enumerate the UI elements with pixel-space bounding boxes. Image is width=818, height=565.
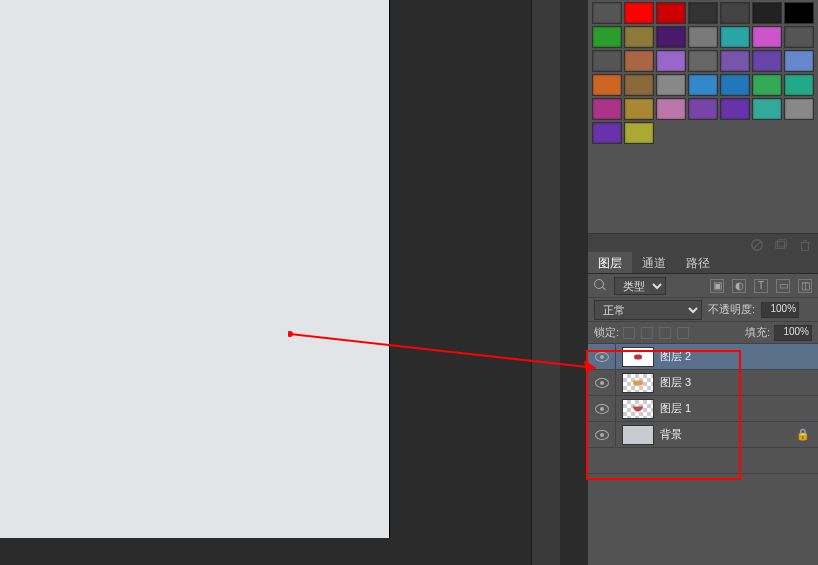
style-swatch[interactable]	[720, 26, 750, 48]
layer-name[interactable]: 背景	[660, 427, 682, 442]
lock-label: 锁定:	[594, 325, 619, 340]
style-swatch[interactable]	[688, 2, 718, 24]
tab-channels[interactable]: 通道	[632, 252, 676, 273]
style-swatch[interactable]	[624, 26, 654, 48]
lock-pixels-icon[interactable]	[623, 327, 635, 339]
style-swatch[interactable]	[656, 98, 686, 120]
fill-label: 填充:	[745, 325, 770, 340]
style-swatch[interactable]	[688, 74, 718, 96]
style-swatch[interactable]	[624, 122, 654, 144]
style-swatch[interactable]	[688, 98, 718, 120]
lock-icon: 🔒	[796, 428, 810, 441]
style-swatch[interactable]	[624, 74, 654, 96]
visibility-toggle[interactable]	[588, 396, 616, 421]
style-swatch[interactable]	[720, 74, 750, 96]
tab-layers[interactable]: 图层	[588, 252, 632, 273]
layer-name[interactable]: 图层 1	[660, 401, 691, 416]
layer-row[interactable]: 背景🔒	[588, 422, 818, 448]
layer-name[interactable]: 图层 2	[660, 349, 691, 364]
blend-row: 正常 不透明度: 100%	[588, 298, 818, 322]
filter-smart-icon[interactable]: ◫	[798, 279, 812, 293]
style-swatch[interactable]	[784, 2, 814, 24]
search-icon	[594, 279, 608, 293]
style-swatch[interactable]	[656, 26, 686, 48]
style-swatch[interactable]	[784, 74, 814, 96]
layers-panel: 图层 通道 路径 类型 ▣ ◐ T ▭ ◫ 正常 不透明度: 100% 锁定:	[588, 252, 818, 565]
style-swatch[interactable]	[624, 98, 654, 120]
style-swatch[interactable]	[752, 98, 782, 120]
style-swatch[interactable]	[592, 26, 622, 48]
lock-artboard-icon[interactable]	[677, 327, 689, 339]
style-swatch[interactable]	[752, 74, 782, 96]
styles-panel	[588, 0, 818, 210]
layer-thumbnail[interactable]	[622, 373, 654, 393]
style-swatch[interactable]	[592, 74, 622, 96]
style-swatch[interactable]	[656, 74, 686, 96]
canvas-pasteboard	[390, 0, 560, 565]
layer-row[interactable]: 图层 3	[588, 370, 818, 396]
style-swatch[interactable]	[720, 50, 750, 72]
layer-row[interactable]: 图层 1	[588, 396, 818, 422]
new-icon[interactable]	[774, 238, 788, 252]
layer-thumbnail[interactable]	[622, 425, 654, 445]
blend-mode-select[interactable]: 正常	[594, 300, 702, 320]
style-swatch[interactable]	[592, 98, 622, 120]
filter-shape-icon[interactable]: ▭	[776, 279, 790, 293]
style-swatch[interactable]	[784, 26, 814, 48]
layer-filter-row: 类型 ▣ ◐ T ▭ ◫	[588, 274, 818, 298]
lock-position-icon[interactable]	[641, 327, 653, 339]
style-swatch[interactable]	[656, 2, 686, 24]
visibility-toggle[interactable]	[588, 344, 616, 369]
style-swatch[interactable]	[752, 2, 782, 24]
style-swatch[interactable]	[752, 50, 782, 72]
style-swatch[interactable]	[752, 26, 782, 48]
clear-icon[interactable]	[750, 238, 764, 252]
style-swatch[interactable]	[592, 2, 622, 24]
canvas-document[interactable]	[0, 0, 390, 538]
lock-row: 锁定: 填充: 100%	[588, 322, 818, 344]
svg-line-1	[754, 241, 761, 248]
eye-icon	[595, 352, 609, 362]
style-swatch[interactable]	[784, 98, 814, 120]
style-swatch[interactable]	[624, 50, 654, 72]
fill-value[interactable]: 100%	[774, 325, 812, 341]
filter-type-icon[interactable]: T	[754, 279, 768, 293]
svg-rect-4	[802, 242, 809, 250]
eye-icon	[595, 378, 609, 388]
layer-thumbnail[interactable]	[622, 399, 654, 419]
eye-icon	[595, 430, 609, 440]
style-swatch[interactable]	[688, 26, 718, 48]
filter-kind-select[interactable]: 类型	[614, 277, 666, 295]
layer-row[interactable]: 图层 2	[588, 344, 818, 370]
right-panel: 图层 通道 路径 类型 ▣ ◐ T ▭ ◫ 正常 不透明度: 100% 锁定:	[588, 0, 818, 565]
style-swatch[interactable]	[784, 50, 814, 72]
filter-adjust-icon[interactable]: ◐	[732, 279, 746, 293]
style-swatch[interactable]	[592, 50, 622, 72]
style-swatch[interactable]	[592, 122, 622, 144]
layer-empty-row	[588, 448, 818, 474]
visibility-toggle[interactable]	[588, 370, 616, 395]
style-swatch[interactable]	[720, 2, 750, 24]
opacity-value[interactable]: 100%	[761, 302, 799, 318]
layer-name[interactable]: 图层 3	[660, 375, 691, 390]
lock-all-icon[interactable]	[659, 327, 671, 339]
style-swatch[interactable]	[688, 50, 718, 72]
opacity-label: 不透明度:	[708, 302, 755, 317]
style-swatch[interactable]	[624, 2, 654, 24]
tab-paths[interactable]: 路径	[676, 252, 720, 273]
style-swatch[interactable]	[720, 98, 750, 120]
trash-icon[interactable]	[798, 238, 812, 252]
panel-tabs: 图层 通道 路径	[588, 252, 818, 274]
style-swatch[interactable]	[656, 50, 686, 72]
layer-thumbnail[interactable]	[622, 347, 654, 367]
filter-image-icon[interactable]: ▣	[710, 279, 724, 293]
eye-icon	[595, 404, 609, 414]
layer-list: 图层 2图层 3图层 1背景🔒	[588, 344, 818, 474]
visibility-toggle[interactable]	[588, 422, 616, 447]
